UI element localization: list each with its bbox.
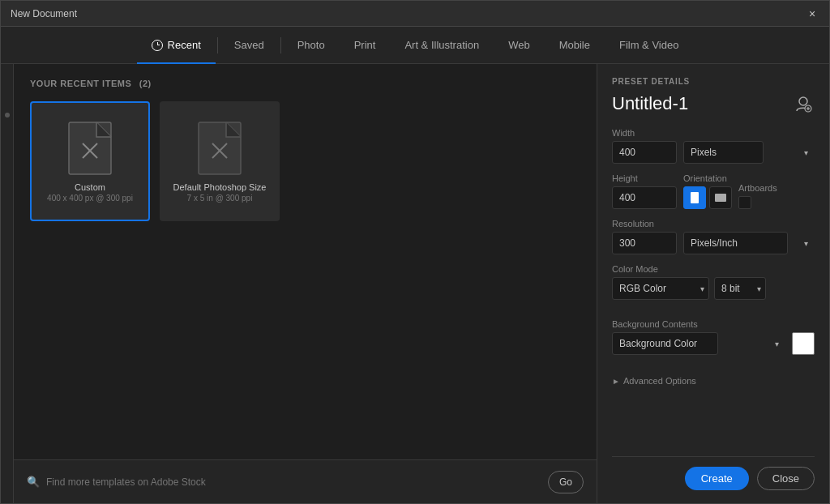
svg-point-6 [799,97,807,105]
color-mode-group: Color Mode RGB Color CMYK Color Grayscal… [612,264,815,310]
tab-divider [217,37,218,53]
tab-art-label: Art & Illustration [404,39,479,51]
portrait-button[interactable] [683,186,706,209]
tab-mobile[interactable]: Mobile [545,27,605,64]
bg-contents-wrapper: Background Color White Black Transparent [612,332,785,355]
color-mode-row: RGB Color CMYK Color Grayscale 8 bit 16 … [612,277,815,300]
search-icon: 🔍 [27,476,40,488]
search-input[interactable] [46,476,540,488]
orientation-buttons [683,186,732,209]
bg-contents-row: Background Color White Black Transparent [612,332,815,355]
right-panel: PRESET DETAILS Untitled-1 Width [597,64,829,503]
color-mode-select[interactable]: RGB Color CMYK Color Grayscale [612,277,709,300]
width-unit-wrapper: Pixels Inches Centimeters [683,141,815,164]
new-document-dialog: New Document × Recent Saved Photo Print … [0,0,830,504]
resolution-row: Pixels/Inch Pixels/Centimeter [612,232,815,254]
advanced-options-toggle[interactable]: ► Advanced Options [612,371,815,391]
tab-print[interactable]: Print [340,27,391,64]
tab-film[interactable]: Film & Video [605,27,693,64]
svg-rect-11 [715,194,726,202]
tab-web[interactable]: Web [494,27,545,64]
document-name: Untitled-1 [612,93,688,114]
height-orientation-row: Height Orientation Artboards [612,173,815,209]
tab-divider-2 [280,37,281,53]
advanced-options-label: Advanced Options [623,376,696,386]
tab-art[interactable]: Art & Illustration [390,27,494,64]
tab-bar: Recent Saved Photo Print Art & Illustrat… [1,27,829,64]
recent-count: (2) [139,79,152,88]
create-button[interactable]: Create [685,467,749,490]
bit-depth-wrapper: 8 bit 16 bit 32 bit [714,277,766,300]
recent-section-header: YOUR RECENT ITEMS (2) [14,64,597,98]
orientation-group: Orientation [683,173,732,209]
templates-grid: Custom 400 x 400 px @ 300 ppi [14,98,597,459]
tab-photo[interactable]: Photo [283,27,340,64]
color-mode-wrapper: RGB Color CMYK Color Grayscale [612,277,709,300]
color-mode-label: Color Mode [612,264,815,274]
tab-saved[interactable]: Saved [220,27,279,64]
artboards-checkbox[interactable] [738,196,751,209]
landscape-button[interactable] [709,186,732,209]
width-group: Width Pixels Inches Centimeters [612,128,815,164]
preset-title-row: Untitled-1 [612,92,815,115]
tab-recent[interactable]: Recent [137,27,216,64]
resolution-unit-wrapper: Pixels/Inch Pixels/Centimeter [683,232,815,254]
save-preset-icon[interactable] [792,92,815,115]
recent-label: YOUR RECENT ITEMS [30,79,131,88]
template-name-custom: Custom [47,182,133,192]
resolution-label: Resolution [612,219,815,229]
left-panel: YOUR RECENT ITEMS (2) [14,64,597,503]
tab-film-label: Film & Video [619,39,678,51]
width-input[interactable] [612,141,677,164]
search-input-wrapper: 🔍 [27,476,540,488]
tab-mobile-label: Mobile [559,39,590,51]
template-info-custom: Custom 400 x 400 px @ 300 ppi [47,182,133,203]
artboards-group: Artboards [738,183,777,209]
template-desc-custom: 400 x 400 px @ 300 ppi [47,194,133,203]
resolution-unit-select[interactable]: Pixels/Inch Pixels/Centimeter [683,232,788,254]
strip-dot [5,113,10,117]
template-card-default[interactable]: Default Photoshop Size 7 x 5 in @ 300 pp… [160,101,280,221]
tab-recent-label: Recent [168,39,201,51]
bg-contents-select[interactable]: Background Color White Black Transparent [612,332,718,355]
bg-contents-group: Background Contents Background Color Whi… [612,319,815,355]
bg-color-swatch[interactable] [792,332,815,355]
resolution-input[interactable] [612,232,677,254]
svg-rect-10 [691,192,699,203]
title-close-button[interactable]: × [805,6,819,21]
search-bar: 🔍 Go [14,459,597,503]
go-button[interactable]: Go [548,471,584,493]
height-input[interactable] [612,186,677,209]
template-desc-default: 7 x 5 in @ 300 ppi [173,194,267,203]
bit-depth-select[interactable]: 8 bit 16 bit 32 bit [714,277,766,300]
tab-print-label: Print [354,39,376,51]
width-label: Width [612,128,815,138]
close-button[interactable]: Close [757,467,815,490]
title-bar: New Document × [1,1,829,27]
width-unit-select[interactable]: Pixels Inches Centimeters [683,141,764,164]
template-card-custom[interactable]: Custom 400 x 400 px @ 300 ppi [30,101,150,221]
dialog-title: New Document [11,8,77,19]
template-icon-custom [67,121,113,176]
template-icon-default [197,121,242,176]
width-row: Pixels Inches Centimeters [612,141,815,164]
orientation-label: Orientation [683,173,732,183]
height-label: Height [612,173,677,183]
tab-photo-label: Photo [297,39,325,51]
template-info-default: Default Photoshop Size 7 x 5 in @ 300 pp… [173,182,267,203]
main-content: YOUR RECENT ITEMS (2) [1,64,829,503]
artboards-label: Artboards [738,183,777,193]
tab-web-label: Web [508,39,530,51]
preset-section-label: PRESET DETAILS [612,77,815,86]
tab-saved-label: Saved [234,39,264,51]
left-strip [1,64,14,503]
resolution-group: Resolution Pixels/Inch Pixels/Centimeter [612,219,815,254]
chevron-right-icon: ► [612,377,620,386]
template-name-default: Default Photoshop Size [173,182,267,192]
clock-icon [152,40,163,51]
bottom-actions: Create Close [612,456,815,490]
height-group: Height [612,173,677,209]
bg-contents-label: Background Contents [612,319,815,329]
